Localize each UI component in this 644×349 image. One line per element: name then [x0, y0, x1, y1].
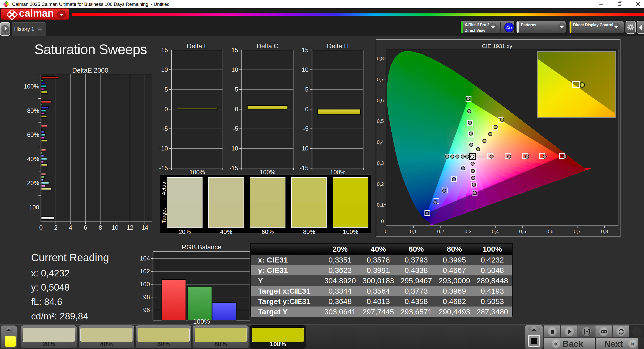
svg-text:0,7: 0,7 — [574, 229, 581, 234]
svg-text:0,6: 0,6 — [377, 98, 384, 103]
svg-text:0,3: 0,3 — [464, 229, 472, 234]
svg-text:0: 0 — [385, 229, 387, 234]
svg-text:0,7: 0,7 — [377, 77, 384, 82]
svg-text:CIE 1931 xy: CIE 1931 xy — [482, 43, 512, 49]
svg-text:0,1: 0,1 — [410, 229, 417, 234]
svg-text:0,4: 0,4 — [492, 229, 499, 234]
svg-text:0,8: 0,8 — [601, 229, 608, 234]
svg-text:0,8: 0,8 — [377, 56, 384, 61]
svg-text:0,4: 0,4 — [377, 139, 384, 145]
svg-text:0,5: 0,5 — [377, 118, 384, 124]
svg-text:0,1: 0,1 — [377, 202, 384, 208]
svg-text:0,3: 0,3 — [377, 160, 384, 166]
svg-text:0,2: 0,2 — [377, 181, 384, 187]
svg-text:0: 0 — [381, 219, 384, 224]
svg-text:0,5: 0,5 — [519, 229, 526, 234]
svg-text:0,2: 0,2 — [437, 229, 444, 234]
svg-text:0,6: 0,6 — [546, 229, 553, 234]
